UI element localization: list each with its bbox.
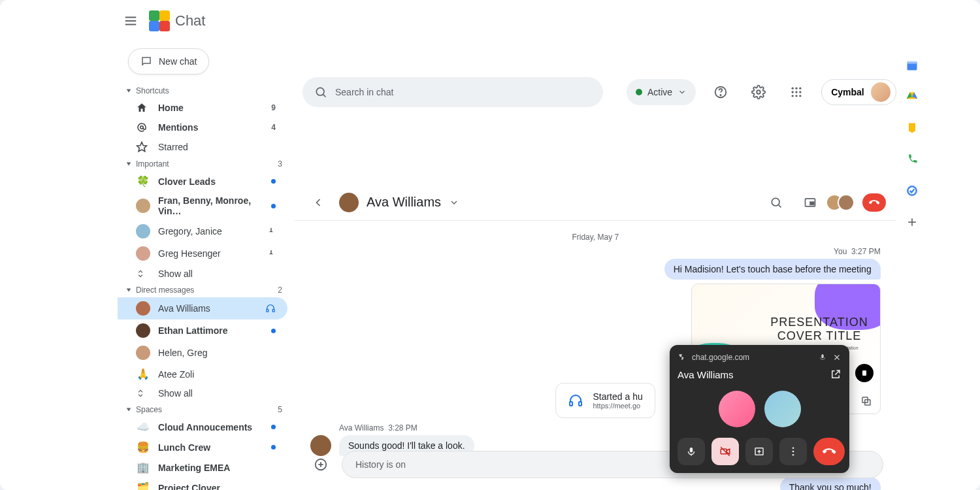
gear-icon[interactable] bbox=[745, 79, 772, 105]
close-icon[interactable] bbox=[832, 353, 841, 362]
svg-point-22 bbox=[792, 95, 794, 97]
participants-cluster[interactable] bbox=[831, 194, 855, 211]
svg-point-19 bbox=[792, 91, 794, 93]
calendar-icon[interactable] bbox=[906, 59, 919, 72]
chevron-down-icon[interactable] bbox=[449, 197, 459, 208]
sidebar-item[interactable]: Mentions4 bbox=[118, 118, 287, 137]
contact-avatar bbox=[136, 346, 150, 360]
huddle-title: Started a hu bbox=[593, 391, 642, 402]
call-popup[interactable]: chat.google.com Ava Williams bbox=[670, 345, 849, 473]
svg-point-21 bbox=[799, 91, 801, 93]
sidebar-item-label: Helen, Greg bbox=[158, 348, 207, 358]
conversation-header: Ava Williams bbox=[295, 184, 896, 221]
account-chip[interactable]: Cymbal bbox=[821, 79, 896, 105]
section-header[interactable]: Shortcuts bbox=[118, 84, 294, 98]
search-in-conversation-icon[interactable] bbox=[763, 189, 789, 216]
top-toolbar: Search in chat Active Cymbal bbox=[295, 0, 896, 184]
slides-badge-icon bbox=[855, 364, 874, 382]
picture-in-picture-icon[interactable] bbox=[797, 189, 823, 216]
keep-icon[interactable] bbox=[906, 122, 919, 135]
sidebar-item[interactable]: Helen, Greg bbox=[118, 342, 287, 364]
status-dropdown[interactable]: Active bbox=[627, 79, 696, 105]
pin-icon bbox=[267, 227, 276, 236]
section-header[interactable]: Direct messages2 bbox=[118, 283, 294, 297]
svg-rect-34 bbox=[579, 402, 581, 406]
expand-icon bbox=[136, 269, 150, 278]
svg-point-14 bbox=[720, 95, 721, 95]
sidebar-item[interactable]: 🗂️Project Clover bbox=[118, 478, 287, 490]
svg-rect-46 bbox=[821, 354, 824, 358]
hangup-button[interactable] bbox=[862, 193, 886, 212]
sidebar-item-label: Marketing EMEA bbox=[158, 463, 230, 473]
message-bubble[interactable]: Thank you so much! bbox=[780, 477, 881, 490]
svg-rect-8 bbox=[267, 309, 269, 312]
avatar bbox=[871, 82, 890, 102]
mic-button[interactable] bbox=[678, 438, 705, 465]
section-header[interactable]: Important3 bbox=[118, 157, 294, 171]
apps-grid-icon[interactable] bbox=[783, 79, 809, 105]
search-icon bbox=[314, 86, 327, 99]
svg-point-15 bbox=[757, 90, 760, 94]
chat-bubble-icon bbox=[140, 56, 152, 67]
open-external-icon[interactable] bbox=[830, 368, 841, 380]
sidebar-item[interactable]: 🏢Marketing EMEA bbox=[118, 457, 287, 478]
sidebar-item[interactable]: 🙏Atee Zoli bbox=[118, 364, 287, 384]
sidebar-item[interactable]: 🍔Lunch Crew bbox=[118, 437, 287, 457]
sidebar-item[interactable]: ☁️Cloud Annoucements bbox=[118, 417, 287, 437]
sidebar-item-label: Clover Leads bbox=[158, 176, 216, 187]
space-emoji: ☁️ bbox=[136, 421, 150, 433]
sidebar-item[interactable]: Home9 bbox=[118, 98, 287, 118]
sidebar-item[interactable]: Starred bbox=[118, 137, 287, 157]
svg-point-16 bbox=[792, 88, 794, 90]
more-options-button[interactable] bbox=[779, 438, 807, 465]
svg-marker-3 bbox=[127, 90, 131, 93]
add-addon-icon[interactable] bbox=[906, 216, 919, 229]
back-arrow-icon[interactable] bbox=[305, 189, 331, 216]
message-bubble[interactable]: Hi Madision! Let's touch base before the… bbox=[664, 259, 881, 280]
unread-dot-icon bbox=[271, 445, 276, 449]
space-emoji: 🏢 bbox=[136, 461, 150, 474]
present-button[interactable] bbox=[745, 438, 773, 465]
contact-avatar[interactable] bbox=[339, 193, 359, 212]
sidebar-item[interactable]: Show all bbox=[118, 384, 287, 402]
right-rail bbox=[896, 0, 928, 490]
voice-icon[interactable] bbox=[906, 153, 919, 166]
app-logo[interactable]: Chat bbox=[149, 10, 205, 31]
call-participant-avatar bbox=[764, 391, 801, 427]
search-input[interactable]: Search in chat bbox=[302, 77, 603, 107]
huddle-card[interactable]: Started a hu https://meet.go bbox=[555, 383, 655, 418]
sidebar-item[interactable]: Greg Hesenger bbox=[118, 242, 287, 265]
headphones-icon bbox=[265, 303, 276, 314]
sidebar-item[interactable]: 🍀Clover Leads bbox=[118, 171, 287, 191]
svg-line-12 bbox=[323, 95, 326, 97]
space-emoji: 🗂️ bbox=[136, 482, 150, 490]
sidebar-item-label: Project Clover bbox=[158, 483, 220, 491]
sidebar-item-label: Starred bbox=[158, 142, 188, 152]
menu-icon[interactable] bbox=[118, 8, 144, 34]
search-placeholder: Search in chat bbox=[335, 87, 394, 97]
sidebar-item[interactable]: Fran, Benny, Monroe, Vin… bbox=[118, 191, 287, 220]
svg-point-24 bbox=[799, 95, 801, 97]
sidebar-item-label: Show all bbox=[158, 269, 193, 279]
svg-point-23 bbox=[795, 95, 797, 97]
end-call-button[interactable] bbox=[813, 438, 845, 465]
sidebar-item[interactable]: Ethan Lattimore bbox=[118, 319, 287, 342]
section-header[interactable]: Spaces5 bbox=[118, 402, 294, 417]
add-attachment-icon[interactable] bbox=[308, 451, 334, 478]
star-icon bbox=[136, 141, 150, 153]
camera-off-button[interactable] bbox=[711, 438, 739, 465]
mic-small-icon[interactable] bbox=[818, 353, 827, 362]
svg-point-57 bbox=[792, 451, 794, 453]
svg-line-26 bbox=[779, 204, 781, 207]
conversation-title[interactable]: Ava Williams bbox=[367, 195, 441, 210]
tasks-icon[interactable] bbox=[906, 184, 919, 197]
sidebar-item-label: Ethan Lattimore bbox=[158, 325, 228, 336]
sidebar-item[interactable]: Ava Williams bbox=[118, 297, 287, 319]
help-icon[interactable] bbox=[708, 79, 734, 105]
drive-icon[interactable] bbox=[906, 90, 919, 103]
sidebar-item[interactable]: Gregory, Janice bbox=[118, 220, 287, 242]
sidebar-item-label: Lunch Crew bbox=[158, 442, 210, 453]
new-chat-button[interactable]: New chat bbox=[128, 48, 209, 74]
copy-icon[interactable] bbox=[860, 395, 872, 407]
sidebar-item[interactable]: Show all bbox=[118, 265, 287, 283]
